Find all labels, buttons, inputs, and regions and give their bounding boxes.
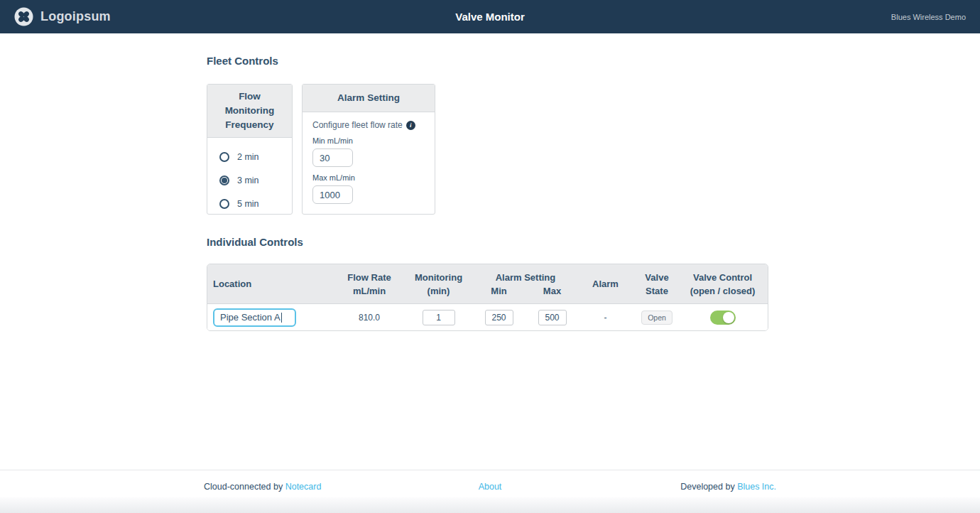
alarm-description: Configure fleet flow rate bbox=[312, 120, 403, 130]
alarm-max-input[interactable] bbox=[538, 310, 567, 325]
col-header-alarm-max: Max bbox=[526, 284, 579, 298]
frequency-card-title: Flow Monitoring Frequency bbox=[207, 85, 292, 138]
table-header-row: Location Flow Rate mL/min Monitoring (mi… bbox=[207, 264, 768, 304]
table-row: Pipe Section A 810.0 - Open bbox=[207, 304, 768, 330]
radio-option-5min[interactable]: 5 min bbox=[219, 199, 292, 209]
col-header-flow-rate: Flow Rate mL/min bbox=[334, 271, 405, 298]
col-header-valve-control: Valve Control (open / closed) bbox=[682, 271, 763, 298]
max-flow-label: Max mL/min bbox=[312, 173, 425, 182]
alarm-card-title: Alarm Setting bbox=[303, 85, 435, 112]
brand-name: Logoipsum bbox=[40, 9, 111, 24]
frequency-options: 2 min 3 min 5 min bbox=[207, 138, 292, 209]
radio-option-3min[interactable]: 3 min bbox=[219, 176, 292, 185]
alarm-setting-card: Alarm Setting Configure fleet flow rate … bbox=[302, 84, 435, 215]
toggle-knob bbox=[723, 312, 734, 323]
radio-icon[interactable] bbox=[219, 176, 229, 185]
demo-label: Blues Wireless Demo bbox=[891, 13, 966, 21]
min-flow-label: Min mL/min bbox=[312, 136, 425, 145]
text-caret bbox=[281, 313, 282, 323]
main-content: Fleet Controls Flow Monitoring Frequency… bbox=[201, 33, 779, 331]
radio-label: 2 min bbox=[237, 152, 259, 162]
alarm-value: - bbox=[579, 313, 632, 323]
max-flow-input[interactable] bbox=[312, 185, 353, 204]
radio-icon[interactable] bbox=[219, 152, 229, 162]
flow-monitoring-frequency-card: Flow Monitoring Frequency 2 min 3 min 5 … bbox=[207, 84, 293, 215]
radio-label: 3 min bbox=[237, 176, 259, 185]
individual-controls-heading: Individual Controls bbox=[207, 236, 779, 248]
alarm-min-input[interactable] bbox=[485, 310, 513, 325]
info-icon[interactable]: i bbox=[406, 121, 415, 130]
valve-state-badge: Open bbox=[641, 310, 673, 325]
radio-option-2min[interactable]: 2 min bbox=[219, 152, 292, 162]
valves-table: Location Flow Rate mL/min Monitoring (mi… bbox=[207, 264, 768, 331]
logoipsum-logo-icon bbox=[14, 7, 33, 26]
col-header-location: Location bbox=[213, 277, 334, 291]
monitoring-input[interactable] bbox=[423, 310, 455, 325]
col-header-monitoring: Monitoring (min) bbox=[405, 271, 472, 298]
radio-label: 5 min bbox=[237, 199, 259, 209]
valve-control-toggle[interactable] bbox=[710, 310, 736, 325]
col-header-alarm: Alarm bbox=[579, 277, 632, 291]
fleet-controls-heading: Fleet Controls bbox=[207, 55, 779, 67]
col-header-valve-state: Valve State bbox=[632, 271, 682, 298]
blues-inc-link[interactable]: Blues Inc. bbox=[737, 482, 776, 492]
col-header-alarm-min: Min bbox=[472, 284, 526, 298]
radio-icon[interactable] bbox=[219, 199, 229, 209]
brand[interactable]: Logoipsum bbox=[14, 7, 111, 26]
developed-by-text: Developed by bbox=[680, 482, 737, 492]
location-input[interactable]: Pipe Section A bbox=[213, 308, 296, 327]
top-navbar: Logoipsum Valve Monitor Blues Wireless D… bbox=[0, 0, 980, 33]
notecard-link[interactable]: Notecard bbox=[285, 482, 322, 492]
col-header-alarm-setting: Alarm Setting Min Max bbox=[472, 271, 579, 298]
about-link[interactable]: About bbox=[479, 482, 502, 492]
cloud-connected-text: Cloud-connected by bbox=[204, 482, 285, 492]
footer: Cloud-connected by Notecard About Develo… bbox=[0, 470, 980, 497]
flow-rate-value: 810.0 bbox=[334, 313, 405, 323]
page-title: Valve Monitor bbox=[0, 11, 980, 23]
min-flow-input[interactable] bbox=[312, 148, 353, 167]
bottom-gradient-strip bbox=[0, 497, 980, 513]
